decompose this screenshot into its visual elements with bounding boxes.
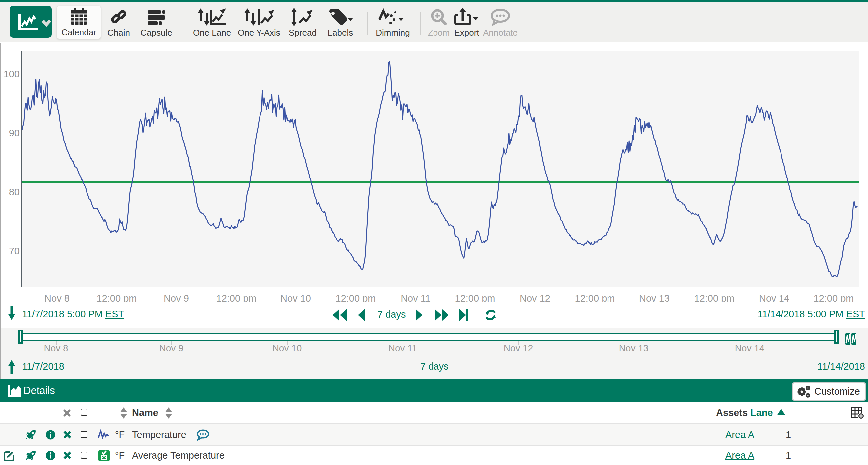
svg-text:Calendar: Calendar — [61, 27, 96, 37]
svg-text:Nov 8: Nov 8 — [44, 293, 69, 302]
svg-text:12:00 pm: 12:00 pm — [455, 293, 495, 302]
svg-text:12:00 pm: 12:00 pm — [336, 293, 376, 302]
svg-text:Nov 11: Nov 11 — [401, 293, 431, 302]
svg-text:Nov 14: Nov 14 — [759, 293, 789, 302]
svg-text:12:00 pm: 12:00 pm — [575, 293, 615, 302]
svg-text:Nov 10: Nov 10 — [280, 293, 311, 302]
svg-text:80: 80 — [9, 187, 20, 197]
svg-text:12:00 pm: 12:00 pm — [814, 293, 854, 302]
svg-text:Nov 12: Nov 12 — [520, 293, 550, 302]
svg-text:Nov 13: Nov 13 — [639, 293, 670, 302]
svg-text:90: 90 — [9, 128, 20, 138]
svg-text:12:00 pm: 12:00 pm — [694, 293, 735, 302]
svg-text:70: 70 — [9, 245, 20, 256]
svg-text:12:00 pm: 12:00 pm — [216, 293, 256, 302]
svg-text:100: 100 — [4, 69, 20, 79]
svg-text:Nov 9: Nov 9 — [164, 293, 189, 302]
svg-text:12:00 pm: 12:00 pm — [97, 293, 137, 302]
